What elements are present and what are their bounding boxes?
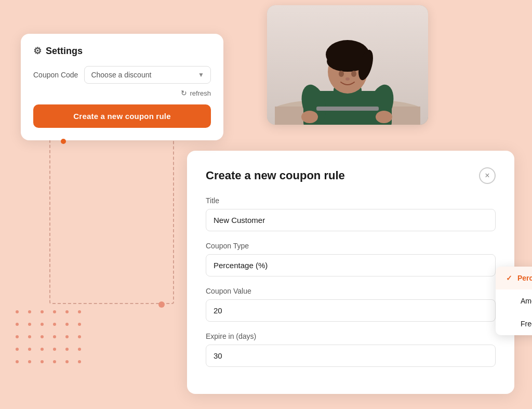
dashed-box-decoration (49, 133, 174, 304)
modal-header: Create a new coupon rule × (206, 167, 496, 184)
dot-grid-decoration (16, 310, 85, 367)
gear-icon: ⚙ (33, 45, 42, 57)
refresh-label: refresh (190, 89, 211, 97)
coupon-type-dropdown: ✓ Percentage (%) Amount ($) Free Shippin… (496, 267, 532, 335)
coupon-dropdown[interactable]: Choose a discount ▼ (84, 66, 211, 84)
close-modal-button[interactable]: × (479, 167, 496, 184)
svg-point-17 (376, 111, 392, 123)
dropdown-item-percentage[interactable]: ✓ Percentage (%) (496, 267, 532, 289)
settings-title-text: Settings (46, 46, 83, 57)
coupon-code-row: Coupon Code Choose a discount ▼ (33, 66, 211, 84)
connector-dot (61, 139, 66, 144)
svg-point-13 (345, 77, 350, 81)
photo-card (267, 5, 428, 125)
svg-point-12 (351, 71, 356, 77)
svg-rect-18 (316, 107, 379, 111)
check-icon: ✓ (506, 274, 512, 282)
coupon-type-form-group: Coupon Type ✓ Percentage (%) Amount ($) … (206, 242, 496, 276)
coupon-value-form-group: Coupon Value (206, 287, 496, 322)
dropdown-item-percentage-label: Percentage (%) (517, 274, 532, 282)
dropdown-item-free-shipping[interactable]: Free Shipping (496, 312, 532, 335)
title-label: Title (206, 196, 496, 205)
modal-title: Create a new coupon rule (206, 169, 345, 182)
refresh-row[interactable]: ↻ refresh (33, 89, 211, 97)
settings-title: ⚙ Settings (33, 45, 211, 57)
dropdown-item-amount[interactable]: Amount ($) (496, 289, 532, 312)
coupon-value-input[interactable] (206, 299, 496, 322)
expire-label: Expire in (days) (206, 332, 496, 340)
dropdown-item-amount-label: Amount ($) (521, 297, 532, 305)
title-input[interactable] (206, 209, 496, 231)
title-form-group: Title (206, 196, 496, 231)
coupon-code-label: Coupon Code (33, 71, 78, 79)
settings-panel: ⚙ Settings Coupon Code Choose a discount… (21, 34, 223, 140)
coupon-type-input[interactable] (206, 254, 496, 276)
expire-form-group: Expire in (days) (206, 332, 496, 367)
coupon-type-label: Coupon Type (206, 242, 496, 250)
coupon-dropdown-text: Choose a discount (91, 71, 151, 79)
refresh-icon: ↻ (181, 89, 187, 97)
svg-point-16 (301, 111, 318, 123)
accent-dot-right (158, 301, 165, 308)
coupon-value-label: Coupon Value (206, 287, 496, 295)
expire-input[interactable] (206, 345, 496, 367)
dropdown-item-free-shipping-label: Free Shipping (521, 320, 532, 328)
person-image (267, 5, 428, 125)
svg-point-11 (339, 71, 344, 77)
chevron-down-icon: ▼ (198, 71, 204, 78)
create-coupon-rule-button[interactable]: Create a new coupon rule (33, 104, 211, 128)
create-coupon-modal: Create a new coupon rule × Title Coupon … (187, 151, 514, 394)
